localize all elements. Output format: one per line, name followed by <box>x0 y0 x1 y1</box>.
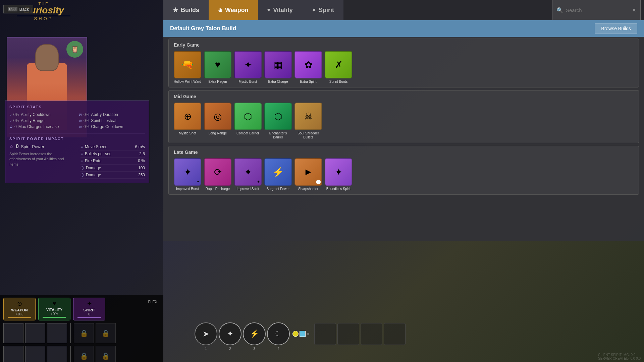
item-extra-charge[interactable]: ▦ Extra Charge <box>264 51 292 84</box>
move-speed-icon: ≡ <box>80 144 83 149</box>
search-input[interactable] <box>566 7 630 13</box>
damage-label-1: Damage <box>86 166 101 170</box>
spirit-tab-icon: ✦ <box>87 300 92 307</box>
character-head <box>35 44 59 71</box>
late-game-panel: Late Game ✦ ✦ Improved Burst ⟳ Rapid R <box>168 146 639 195</box>
ability-1-num: 1 <box>205 347 207 351</box>
boundless-spirit-icon: ✦ <box>335 167 342 178</box>
item-enchanters-barrier[interactable]: ⬡ Enchanter's Barrier <box>264 103 292 139</box>
improved-spirit-icon-box: ✦ ✦ <box>234 158 262 186</box>
vitality-tab[interactable]: ♥ VITALITY +0% <box>38 298 70 320</box>
vitality-tab-main[interactable]: ♥ Vitality <box>258 0 302 20</box>
mystic-shot-icon: ⊕ <box>184 111 192 122</box>
long-range-icon: ◎ <box>214 111 222 122</box>
equip-slot-1 <box>3 323 23 343</box>
rapid-recharge-icon: ⟳ <box>214 167 222 178</box>
extra-charge-name: Extra Charge <box>268 80 288 84</box>
damage-icon-1: ⬡ <box>80 166 84 170</box>
bullets-icon: ≡ <box>80 152 83 156</box>
combat-barrier-name: Combat Barrier <box>236 131 259 135</box>
main-panel: ★ Builds ⊕ Weapon ♥ Vitality ✦ Spirit 🔍 … <box>163 0 644 241</box>
damage-label-2: Damage <box>86 173 101 177</box>
ability-1-icon: ➤ <box>203 329 209 339</box>
browse-builds-button[interactable]: Browse Builds <box>595 23 637 34</box>
search-close-button[interactable]: ✕ <box>632 7 636 13</box>
empty-slot-1 <box>314 323 336 345</box>
item-surge-of-power[interactable]: ⚡ Surge of Power <box>264 158 292 191</box>
fire-rate-stat: ≡ Fire Rate 0 % <box>80 158 145 165</box>
equip-slot-locked-4: 🔒 <box>96 346 116 362</box>
spirit-power-title: SPIRIT POWER IMPACT <box>9 137 145 141</box>
hollow-point-icon-box: 🔫 <box>174 51 201 78</box>
ability-2-icon: ✦ <box>227 329 233 338</box>
spirit-equip-tab[interactable]: ✦ SPIRIT 0 <box>73 298 105 320</box>
extra-charge-icon-box: ▦ <box>264 51 292 78</box>
infinity-icon: ∞ <box>307 331 310 337</box>
ability-slot-2[interactable]: ✦ 2 <box>219 322 241 345</box>
item-improved-spirit[interactable]: ✦ ✦ Improved Spirit <box>234 158 262 191</box>
equip-slot-6 <box>47 346 67 362</box>
equip-slot-locked-2: 🔒 <box>96 323 116 343</box>
item-boundless-spirit[interactable]: ✦ Boundless Spirit <box>325 158 352 191</box>
bullets-label: Bullets per sec <box>85 152 111 156</box>
item-long-range[interactable]: ◎ Long Range <box>204 103 231 139</box>
build-panel: Default Grey Talon Build Browse Builds E… <box>163 20 644 244</box>
empty-ability-slots <box>314 323 406 345</box>
bullets-value: 2.5 <box>139 152 145 156</box>
spirit-star-tab-icon: ✦ <box>312 7 316 13</box>
boundless-spirit-name: Boundless Spirit <box>326 187 351 191</box>
hollow-point-name: Hollow Point Ward <box>174 80 201 84</box>
item-combat-barrier[interactable]: ⬡ Combat Barrier <box>234 103 262 139</box>
item-sprint-boots[interactable]: ✗ Sprint Boots <box>325 51 352 84</box>
sharpshooter-icon: ► <box>304 167 313 177</box>
vitality-tab-label: Vitality <box>273 7 293 14</box>
extra-regen-icon-box: ♥ <box>204 51 231 78</box>
improved-burst-icon-box: ✦ ✦ <box>174 158 201 186</box>
spirit-star-icon: ☆ <box>9 144 14 149</box>
item-soul-shredder[interactable]: ☠ Soul Shredder Bullets <box>294 103 322 139</box>
extra-spirit-icon: ✿ <box>305 59 312 70</box>
builds-tab[interactable]: ★ Builds <box>163 0 209 20</box>
flex-section: FLEX <box>145 298 160 320</box>
stats-grid: ○ 0% Ability Cooldown ⊠ 0% Ability Durat… <box>9 112 145 129</box>
enchanters-barrier-icon-box: ⬡ <box>264 103 292 130</box>
weapon-tab-icon: ⊙ <box>17 300 22 307</box>
weapon-tab-main[interactable]: ⊕ Weapon <box>209 0 258 20</box>
mystic-shot-icon-box: ⊕ <box>174 103 201 130</box>
item-extra-spirit[interactable]: ✿ Extra Spirit <box>294 51 322 84</box>
damage-stat-2: ⬡ Damage 250 <box>80 172 145 179</box>
spirit-power-desc: Spirit Power increases the effectiveness… <box>9 152 74 167</box>
back-button[interactable]: ESC Back <box>3 5 33 13</box>
sprint-boots-name: Sprint Boots <box>329 80 347 84</box>
equip-slot-2 <box>25 323 45 343</box>
ability-slot-4[interactable]: ☾ 4 <box>267 322 290 345</box>
vitality-tab-name: VITALITY <box>46 308 62 312</box>
item-hollow-point-ward[interactable]: 🔫 Hollow Point Ward <box>174 51 201 84</box>
ability-3-icon: ⚡ <box>250 329 259 338</box>
item-rapid-recharge[interactable]: ⟳ Rapid Recharge <box>204 158 231 191</box>
indicator-yellow <box>292 331 299 337</box>
damage-value-1: 100 <box>138 166 145 170</box>
indicator-blue <box>300 331 306 337</box>
spirit-tab-main[interactable]: ✦ Spirit <box>302 0 343 20</box>
esc-label: ESC <box>8 7 17 11</box>
move-speed-value: 6 m/s <box>135 144 145 149</box>
weapon-tab[interactable]: ⊙ WEAPON +0% <box>3 298 36 320</box>
spirit-equip-tab-name: SPIRIT <box>83 308 95 312</box>
item-improved-burst[interactable]: ✦ ✦ Improved Burst <box>174 158 201 191</box>
range-icon: ○ <box>9 119 12 123</box>
equipment-slots: 🔒 🔒 <box>0 320 163 346</box>
spirit-power-left: ☆ 0 Spirit Power Spirit Power increases … <box>9 143 74 179</box>
ability-slot-1[interactable]: ➤ 1 <box>195 322 217 345</box>
item-mystic-burst[interactable]: ✦ Mystic Burst <box>234 51 262 84</box>
item-extra-regen[interactable]: ♥ Extra Regen <box>204 51 231 84</box>
search-bar[interactable]: 🔍 ✕ <box>552 0 641 20</box>
mid-items-grid: ⊕ Mystic Shot ◎ Long Range ⬡ <box>174 103 634 139</box>
ability-slot-3[interactable]: ⚡ 3 <box>243 322 266 345</box>
item-mystic-shot[interactable]: ⊕ Mystic Shot <box>174 103 201 139</box>
item-sharpshooter[interactable]: ► Sharpshooter <box>294 158 322 191</box>
back-label: Back <box>19 7 29 12</box>
vitality-tab-icon: ♥ <box>53 300 56 307</box>
empty-slot-4 <box>384 323 406 345</box>
ability-4-num: 4 <box>277 347 279 351</box>
